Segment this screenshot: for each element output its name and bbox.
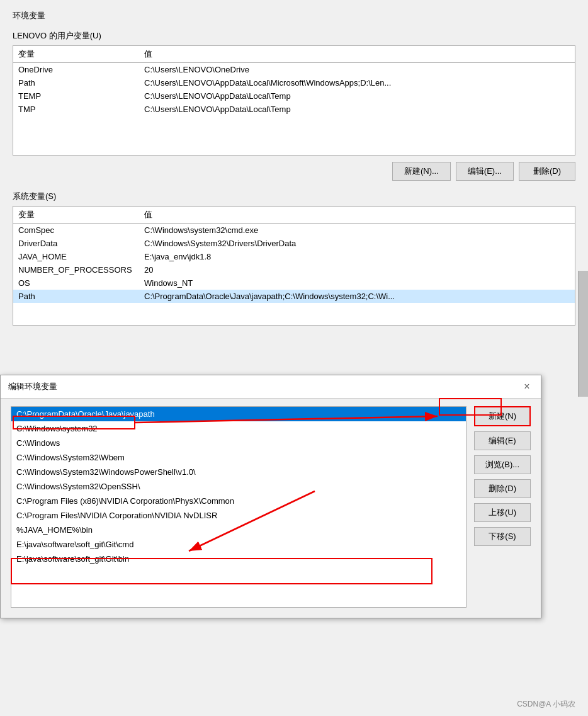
- sys-row-var: ComSpec: [18, 225, 144, 235]
- dialog-list-item[interactable]: C:\Windows\System32\Wbem: [11, 450, 466, 465]
- sys-row-val: Windows_NT: [144, 278, 570, 288]
- dialog-action-buttons: 新建(N) 编辑(E) 浏览(B)... 删除(D) 上移(U) 下移(S): [474, 406, 531, 608]
- dialog-delete-button[interactable]: 删除(D): [474, 479, 531, 498]
- sys-row-var: OS: [18, 278, 144, 288]
- user-table-body: OneDriveC:\Users\LENOVO\OneDrivePathC:\U…: [13, 63, 575, 139]
- system-table-row[interactable]: ComSpecC:\Windows\system32\cmd.exe: [13, 224, 575, 237]
- dialog-list-item[interactable]: C:\Program Files\NVIDIA Corporation\NVID…: [11, 508, 466, 523]
- user-row-var: OneDrive: [18, 65, 144, 74]
- sys-row-var: Path: [18, 292, 144, 301]
- dialog-list-item[interactable]: C:\Windows\System32\OpenSSH\: [11, 479, 466, 494]
- dialog-list-item[interactable]: E:\java\software\soft_git\Git\bin: [11, 552, 466, 566]
- user-row-var: TMP: [18, 105, 144, 114]
- system-header-var: 变量: [18, 209, 144, 220]
- sys-row-var: DriverData: [18, 239, 144, 248]
- dialog-list-item[interactable]: C:\Windows\system32: [11, 421, 466, 436]
- system-table-body: ComSpecC:\Windows\system32\cmd.exeDriver…: [13, 224, 575, 303]
- dialog-move-down-button[interactable]: 下移(S): [474, 527, 531, 546]
- system-table-row[interactable]: OSWindows_NT: [13, 276, 575, 290]
- dialog-list-item[interactable]: E:\java\software\soft_git\Git\cmd: [11, 537, 466, 552]
- dialog-list-item[interactable]: C:\Windows\System32\WindowsPowerShell\v1…: [11, 465, 466, 479]
- scrollbar[interactable]: [578, 271, 588, 397]
- user-edit-button[interactable]: 编辑(E)...: [456, 162, 514, 181]
- system-variables-table: 变量 值 ComSpecC:\Windows\system32\cmd.exeD…: [13, 206, 575, 326]
- user-variables-table: 变量 值 OneDriveC:\Users\LENOVO\OneDrivePat…: [13, 45, 575, 156]
- user-row-var: Path: [18, 78, 144, 88]
- user-new-button[interactable]: 新建(N)...: [392, 162, 451, 181]
- user-row-val: C:\Users\LENOVO\AppData\Local\Microsoft\…: [144, 78, 570, 88]
- dialog-list-item[interactable]: C:\ProgramData\Oracle\Java\javapath: [11, 407, 466, 421]
- window-title: 环境变量: [13, 10, 575, 21]
- sys-row-val: C:\Windows\System32\Drivers\DriverData: [144, 239, 570, 248]
- dialog-browse-button[interactable]: 浏览(B)...: [474, 455, 531, 474]
- sys-row-val: E:\java_env\jdk1.8: [144, 252, 570, 261]
- main-window: 环境变量 LENOVO 的用户变量(U) 变量 值 OneDriveC:\Use…: [0, 0, 588, 716]
- user-button-row: 新建(N)... 编辑(E)... 删除(D): [13, 162, 575, 181]
- edit-env-dialog: 编辑环境变量 × C:\ProgramData\Oracle\Java\java…: [0, 375, 541, 618]
- dialog-path-list[interactable]: C:\ProgramData\Oracle\Java\javapathC:\Wi…: [11, 406, 466, 608]
- user-header-val: 值: [144, 48, 570, 60]
- user-table-row[interactable]: PathC:\Users\LENOVO\AppData\Local\Micros…: [13, 76, 575, 89]
- dialog-list-item[interactable]: C:\Program Files (x86)\NVIDIA Corporatio…: [11, 494, 466, 508]
- dialog-edit-button[interactable]: 编辑(E): [474, 431, 531, 450]
- dialog-body: C:\ProgramData\Oracle\Java\javapathC:\Wi…: [1, 399, 541, 618]
- sys-row-var: JAVA_HOME: [18, 252, 144, 261]
- dialog-title: 编辑环境变量: [8, 381, 57, 392]
- dialog-close-button[interactable]: ×: [521, 380, 533, 393]
- user-row-val: C:\Users\LENOVO\AppData\Local\Temp: [144, 105, 570, 114]
- system-table-header: 变量 值: [13, 207, 575, 224]
- dialog-list-item[interactable]: %JAVA_HOME%\bin: [11, 523, 466, 537]
- system-table-row[interactable]: PathC:\ProgramData\Oracle\Java\javapath;…: [13, 290, 575, 303]
- system-header-val: 值: [144, 209, 570, 220]
- user-section-label: LENOVO 的用户变量(U): [13, 30, 575, 42]
- sys-row-var: NUMBER_OF_PROCESSORS: [18, 265, 144, 275]
- dialog-move-up-button[interactable]: 上移(U): [474, 503, 531, 522]
- user-row-var: TEMP: [18, 91, 144, 101]
- sys-row-val: C:\Windows\system32\cmd.exe: [144, 225, 570, 235]
- sys-row-val: 20: [144, 265, 570, 275]
- user-table-row[interactable]: TMPC:\Users\LENOVO\AppData\Local\Temp: [13, 103, 575, 116]
- user-header-var: 变量: [18, 48, 144, 60]
- user-row-val: C:\Users\LENOVO\AppData\Local\Temp: [144, 91, 570, 101]
- dialog-new-button[interactable]: 新建(N): [474, 406, 531, 426]
- watermark: CSDN@A 小码农: [517, 699, 575, 710]
- sys-row-val: C:\ProgramData\Oracle\Java\javapath;C:\W…: [144, 292, 570, 301]
- user-table-row[interactable]: TEMPC:\Users\LENOVO\AppData\Local\Temp: [13, 89, 575, 103]
- user-row-val: C:\Users\LENOVO\OneDrive: [144, 65, 570, 74]
- user-delete-button[interactable]: 删除(D): [519, 162, 575, 181]
- user-table-row[interactable]: OneDriveC:\Users\LENOVO\OneDrive: [13, 63, 575, 76]
- system-table-row[interactable]: DriverDataC:\Windows\System32\Drivers\Dr…: [13, 237, 575, 250]
- system-table-row[interactable]: JAVA_HOMEE:\java_env\jdk1.8: [13, 250, 575, 263]
- user-table-header: 变量 值: [13, 46, 575, 63]
- system-section-label: 系统变量(S): [13, 191, 575, 202]
- dialog-list-item[interactable]: C:\Windows: [11, 436, 466, 450]
- dialog-titlebar: 编辑环境变量 ×: [1, 375, 541, 399]
- system-table-row[interactable]: NUMBER_OF_PROCESSORS20: [13, 263, 575, 276]
